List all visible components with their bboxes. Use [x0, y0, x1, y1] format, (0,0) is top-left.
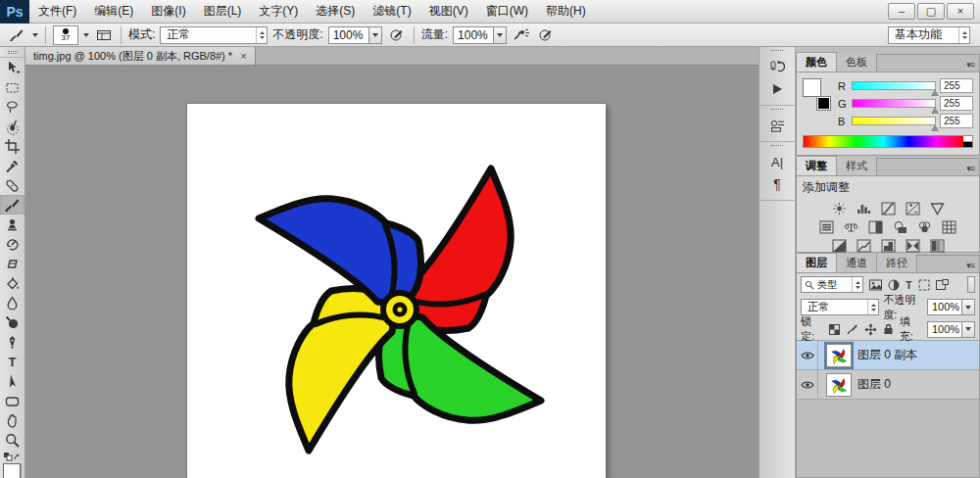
layer-blend-mode-select[interactable]: 正常	[801, 299, 879, 315]
layer-thumbnail[interactable]	[826, 373, 852, 397]
layer-name[interactable]: 图层 0	[858, 376, 891, 393]
menu-filter[interactable]: 滤镜(T)	[364, 0, 419, 23]
green-slider-marker[interactable]	[931, 107, 939, 114]
tool-path-selection[interactable]	[0, 371, 24, 391]
red-value-field[interactable]: 255	[940, 78, 973, 93]
menu-select[interactable]: 选择(S)	[307, 0, 364, 23]
selective-color-icon[interactable]	[929, 238, 946, 253]
brush-tool-icon[interactable]	[6, 26, 27, 44]
green-value-field[interactable]: 255	[940, 96, 973, 111]
lock-transparent-pixels-icon[interactable]	[828, 322, 841, 336]
layer-filter-select[interactable]: 类型	[801, 276, 863, 293]
invert-icon[interactable]	[831, 238, 848, 253]
default-and-swap-colors-icon[interactable]	[3, 452, 21, 463]
tab-paths[interactable]: 路径	[877, 254, 917, 272]
blue-slider[interactable]	[852, 117, 936, 125]
photo-filter-icon[interactable]	[892, 219, 908, 234]
panel-menu-icon[interactable]: ▾≡	[961, 261, 979, 272]
menu-image[interactable]: 图像(I)	[142, 0, 194, 23]
layer-visibility-toggle[interactable]	[797, 341, 818, 369]
gradient-map-icon[interactable]	[905, 238, 921, 253]
curves-icon[interactable]	[880, 201, 897, 215]
tool-clone-stamp[interactable]	[0, 215, 24, 234]
filter-smart-objects-icon[interactable]	[936, 279, 949, 291]
levels-icon[interactable]	[856, 201, 872, 215]
layer-row-copy[interactable]: 图层 0 副本	[797, 341, 979, 370]
menu-file[interactable]: 文件(F)	[29, 0, 85, 23]
tool-pen[interactable]	[0, 332, 24, 352]
posterize-icon[interactable]	[856, 238, 872, 253]
tab-close-icon[interactable]: ×	[240, 50, 246, 62]
blue-slider-marker[interactable]	[931, 124, 939, 131]
blue-value-field[interactable]: 255	[940, 114, 973, 128]
lock-all-icon[interactable]	[882, 322, 895, 336]
tool-spot-healing-brush[interactable]	[0, 175, 24, 195]
pressure-opacity-icon[interactable]	[387, 26, 407, 44]
red-slider[interactable]	[852, 81, 936, 90]
menu-view[interactable]: 视图(V)	[420, 0, 477, 23]
tool-hand[interactable]	[0, 410, 24, 430]
tab-swatches[interactable]: 色板	[837, 53, 877, 72]
tool-rectangular-marquee[interactable]	[0, 77, 24, 97]
foreground-swatch[interactable]	[803, 78, 821, 97]
layer-fill-dropdown-icon[interactable]	[962, 321, 975, 338]
history-panel-icon[interactable]	[762, 56, 792, 77]
canvas[interactable]	[186, 103, 606, 478]
brightness-contrast-icon[interactable]	[831, 201, 848, 215]
hue-saturation-icon[interactable]	[818, 219, 835, 234]
menu-help[interactable]: 帮助(H)	[537, 0, 595, 23]
tab-adjustments[interactable]: 调整	[797, 156, 837, 175]
character-panel-icon[interactable]: A|	[762, 151, 792, 172]
filter-toggle-switch[interactable]	[967, 276, 975, 293]
tool-quick-selection[interactable]	[0, 117, 24, 136]
tab-color[interactable]: 颜色	[797, 52, 837, 72]
toolbar-collapse-handle[interactable]	[0, 47, 24, 58]
layer-row-original[interactable]: 图层 0	[797, 370, 979, 400]
toggle-brush-panel-icon[interactable]	[94, 26, 114, 44]
foreground-color-swatch[interactable]	[3, 463, 21, 478]
workspace-select[interactable]: 基本功能	[888, 26, 970, 44]
layer-fill-value[interactable]: 100%	[927, 321, 962, 338]
actions-panel-icon[interactable]	[762, 78, 792, 100]
dock-grip[interactable]	[760, 47, 795, 55]
black-white-icon[interactable]	[867, 219, 884, 234]
exposure-icon[interactable]	[905, 201, 921, 215]
spectrum-bw-end[interactable]	[963, 136, 972, 147]
tool-presets-panel-icon[interactable]	[762, 115, 792, 136]
tool-move[interactable]	[0, 58, 24, 77]
opacity-dropdown-icon[interactable]	[369, 26, 382, 44]
layer-thumbnail[interactable]	[826, 344, 852, 367]
color-balance-icon[interactable]	[843, 219, 859, 234]
panel-menu-icon[interactable]: ▾≡	[961, 60, 979, 72]
close-button[interactable]: ×	[947, 3, 974, 20]
tool-history-brush[interactable]	[0, 234, 24, 254]
layer-opacity-dropdown-icon[interactable]	[962, 299, 975, 315]
flow-value[interactable]: 100%	[453, 26, 494, 44]
maximize-button[interactable]: ▢	[917, 3, 945, 20]
tool-preset-caret-icon[interactable]	[32, 33, 38, 37]
tool-paint-bucket[interactable]	[0, 273, 24, 293]
layer-visibility-toggle[interactable]	[797, 370, 818, 399]
tool-blur[interactable]	[0, 293, 24, 312]
blend-mode-select[interactable]: 正常	[160, 26, 268, 44]
vibrance-icon[interactable]	[929, 201, 946, 215]
background-swatch[interactable]	[816, 96, 831, 111]
tab-channels[interactable]: 通道	[837, 254, 877, 272]
pressure-size-icon[interactable]	[536, 26, 556, 44]
menu-type[interactable]: 文字(Y)	[250, 0, 307, 23]
color-spectrum-ramp[interactable]	[803, 135, 973, 148]
tool-type[interactable]: T	[0, 352, 24, 371]
tool-zoom[interactable]	[0, 430, 24, 450]
tool-eraser[interactable]	[0, 254, 24, 273]
green-slider[interactable]	[852, 99, 936, 108]
menu-edit[interactable]: 编辑(E)	[85, 0, 142, 23]
tool-crop[interactable]	[0, 136, 24, 156]
dock-grip[interactable]	[760, 142, 795, 150]
tab-styles[interactable]: 样式	[837, 157, 877, 175]
layer-name[interactable]: 图层 0 副本	[858, 347, 917, 363]
brush-size-preview[interactable]: 37	[53, 25, 78, 45]
tool-dodge[interactable]	[0, 312, 24, 332]
filter-type-layers-icon[interactable]: T	[906, 279, 912, 291]
opacity-value[interactable]: 100%	[328, 26, 369, 44]
spectrum-gradient[interactable]	[804, 136, 963, 147]
